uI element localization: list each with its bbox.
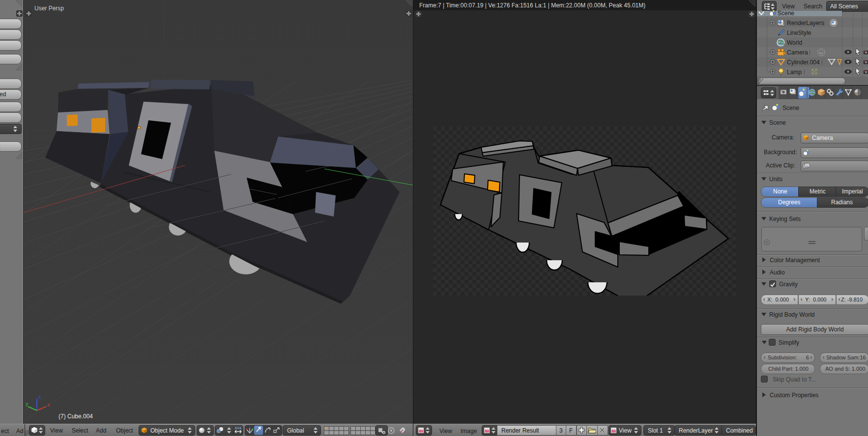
svg-text:x: x	[47, 402, 50, 408]
svg-text:z: z	[38, 394, 41, 400]
svg-text:y: y	[26, 401, 29, 407]
